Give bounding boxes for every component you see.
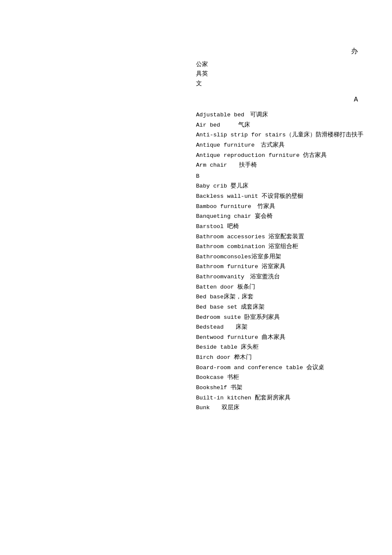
page-container: 办 公家 具英 文 A Adjustable bed 可调床Air bed 气床… <box>0 0 392 555</box>
entry-item: Birch door 桦木门 <box>196 353 379 363</box>
entry-item: Antique furniture 古式家具 <box>196 140 379 150</box>
entry-item: Beside table 床头柜 <box>196 342 379 353</box>
entry-item: Bathroomconsoles浴室多用架 <box>196 252 379 262</box>
entry-item: Barstool 吧椅 <box>196 222 379 232</box>
entry-item: Air bed 气床 <box>196 120 379 130</box>
entry-item: Bed base set 成套床架 <box>196 302 379 312</box>
entry-item: Batten door 板条门 <box>196 282 379 292</box>
entry-item: Baby crib 婴儿床 <box>196 181 379 191</box>
entry-item: Bunk 双层床 <box>196 403 379 413</box>
entry-item: Banqueting chair 宴会椅 <box>196 211 379 222</box>
entry-item: Bathroom accessories 浴室配套装置 <box>196 232 379 242</box>
entry-item: Bedstead 床架 <box>196 322 379 332</box>
header-section: 公家 具英 文 <box>196 60 208 88</box>
entry-item: Antique reproduction furniture 仿古家具 <box>196 150 379 161</box>
entry-item: Bathroom furniture 浴室家具 <box>196 262 379 272</box>
top-right-label: 办 <box>351 47 358 56</box>
entry-item: Bookcase 书柜 <box>196 373 379 383</box>
entry-item: Bathroomvanity 浴室盥洗台 <box>196 272 379 282</box>
header-line1: 公家 <box>196 60 208 69</box>
entry-item: Built-in kitchen 配套厨房家具 <box>196 393 379 403</box>
entry-item: Anti-slip strip for stairs（儿童床）防滑楼梯打击扶手 <box>196 130 379 140</box>
header-line3: 文 <box>196 79 208 88</box>
entry-item: Bamboo furniture 竹家具 <box>196 202 379 212</box>
entry-item: Arm chair 扶手椅 <box>196 160 379 171</box>
section-letter-a: A <box>354 96 358 104</box>
entry-item: Bookshelf 书架 <box>196 383 379 393</box>
entry-item: Backless wall-unit 不设背板的壁橱 <box>196 191 379 202</box>
content-section: Adjustable bed 可调床Air bed 气床Anti-slip st… <box>196 110 379 413</box>
header-line2: 具英 <box>196 69 208 78</box>
entry-item: Bathroom combination 浴室组合柜 <box>196 242 379 252</box>
section-letter: B <box>196 171 379 182</box>
entry-item: Bentwood furniture 曲木家具 <box>196 332 379 343</box>
entry-item: Bed base床架，床套 <box>196 292 379 302</box>
entry-item: Board-room and conference table 会议桌 <box>196 363 379 373</box>
entry-item: Bedroom suite 卧室系列家具 <box>196 312 379 323</box>
entry-item: Adjustable bed 可调床 <box>196 110 379 120</box>
